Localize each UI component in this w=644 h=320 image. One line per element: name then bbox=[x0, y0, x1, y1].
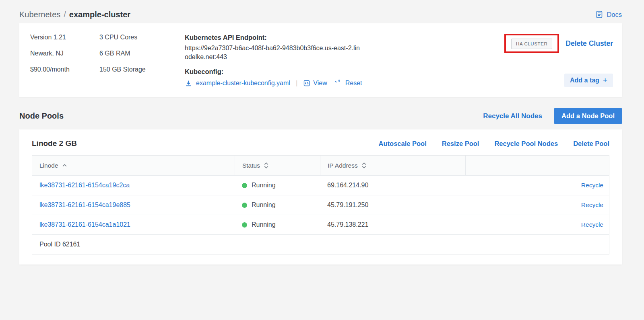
column-header-actions bbox=[465, 156, 609, 175]
delete-pool-button[interactable]: Delete Pool bbox=[573, 140, 609, 148]
status-running-dot bbox=[242, 203, 247, 208]
pool-id-footer: Pool ID 62161 bbox=[32, 234, 609, 254]
code-view-icon bbox=[303, 80, 310, 87]
recycle-node-button[interactable]: Recycle bbox=[581, 221, 603, 228]
cluster-cpu: 3 CPU Cores bbox=[99, 34, 185, 41]
cluster-specs-column-2: 3 CPU Cores 6 GB RAM 150 GB Storage bbox=[99, 34, 185, 87]
api-endpoint-label: Kubernetes API Endpoint: bbox=[185, 34, 367, 41]
cluster-storage: 150 GB Storage bbox=[99, 66, 185, 73]
recycle-all-nodes-button[interactable]: Recycle All Nodes bbox=[483, 112, 542, 120]
reset-label: Reset bbox=[345, 80, 362, 87]
summary-right-column: HA CLUSTER Delete Cluster Add a tag + bbox=[504, 34, 613, 87]
status-header-label: Status bbox=[242, 162, 260, 169]
node-ip-address: 69.164.214.90 bbox=[327, 182, 368, 189]
cluster-ram: 6 GB RAM bbox=[99, 50, 185, 57]
cluster-summary-card: Version 1.21 Newark, NJ $90.00/month 3 C… bbox=[19, 23, 622, 97]
column-header-linode[interactable]: Linode bbox=[32, 156, 235, 175]
kubeconfig-label: Kubeconfig: bbox=[185, 68, 367, 76]
cluster-version: Version 1.21 bbox=[30, 34, 99, 41]
status-label: Running bbox=[252, 182, 276, 189]
view-kubeconfig-button[interactable]: View bbox=[303, 80, 327, 87]
status-label: Running bbox=[252, 201, 276, 209]
docs-icon bbox=[595, 10, 603, 18]
kubernetes-cluster-page: Kubernetes / example-cluster Docs Versio… bbox=[0, 0, 644, 265]
topbar: Kubernetes / example-cluster Docs bbox=[19, 6, 622, 23]
kubeconfig-row: example-cluster-kubeconfig.yaml | View bbox=[185, 79, 367, 87]
view-label: View bbox=[313, 80, 327, 87]
cluster-price: $90.00/month bbox=[30, 66, 99, 73]
add-tag-label: Add a tag bbox=[570, 77, 599, 84]
api-endpoint-url: https://9e2a7307-b6ac-408f-ba62-9483b0b3… bbox=[185, 44, 362, 62]
docs-link-label: Docs bbox=[607, 11, 622, 18]
table-row: lke38731-62161-6154ca1a1021 Running 45.7… bbox=[32, 215, 609, 234]
node-link[interactable]: lke38731-62161-6154ca19e885 bbox=[39, 201, 130, 209]
cluster-specs-column-1: Version 1.21 Newark, NJ $90.00/month bbox=[30, 34, 99, 87]
reset-refresh-icon bbox=[335, 80, 343, 87]
node-link[interactable]: lke38731-62161-6154ca1a1021 bbox=[39, 221, 130, 228]
sort-ascending-icon bbox=[62, 164, 67, 167]
add-a-node-pool-button[interactable]: Add a Node Pool bbox=[554, 108, 622, 124]
column-header-status[interactable]: Status bbox=[235, 156, 320, 175]
status-running-dot bbox=[242, 222, 247, 228]
node-pools-actions: Recycle All Nodes Add a Node Pool bbox=[483, 108, 622, 124]
pool-action-links: Autoscale Pool Resize Pool Recycle Pool … bbox=[379, 140, 609, 148]
node-ip-address: 45.79.191.250 bbox=[327, 201, 368, 209]
ha-cluster-badge: HA CLUSTER bbox=[511, 39, 552, 49]
status-label: Running bbox=[252, 221, 276, 228]
kubeconfig-download-link[interactable]: example-cluster-kubeconfig.yaml bbox=[185, 80, 290, 87]
node-pool-card: Linode 2 GB Autoscale Pool Resize Pool R… bbox=[19, 129, 622, 265]
red-annotation-highlight: HA CLUSTER bbox=[504, 34, 559, 53]
breadcrumb-current-cluster: example-cluster bbox=[69, 10, 130, 19]
api-endpoint-block: Kubernetes API Endpoint: https://9e2a730… bbox=[185, 34, 367, 87]
cluster-region: Newark, NJ bbox=[30, 50, 99, 57]
breadcrumb-separator: / bbox=[64, 10, 66, 19]
sort-both-icon bbox=[361, 162, 367, 169]
kubeconfig-filename: example-cluster-kubeconfig.yaml bbox=[196, 80, 290, 87]
recycle-node-button[interactable]: Recycle bbox=[581, 182, 603, 189]
pool-header: Linode 2 GB Autoscale Pool Resize Pool R… bbox=[32, 139, 609, 148]
node-ip-address: 45.79.138.221 bbox=[327, 221, 368, 228]
nodes-table: Linode Status bbox=[32, 155, 609, 254]
breadcrumb-kubernetes-link[interactable]: Kubernetes bbox=[19, 10, 60, 19]
ha-row: HA CLUSTER Delete Cluster bbox=[504, 34, 613, 53]
kubeconfig-divider: | bbox=[296, 79, 297, 87]
sort-both-icon bbox=[264, 162, 269, 169]
table-row: lke38731-62161-6154ca19e885 Running 45.7… bbox=[32, 195, 609, 215]
autoscale-pool-button[interactable]: Autoscale Pool bbox=[379, 140, 427, 148]
node-link[interactable]: lke38731-62161-6154ca19c2ca bbox=[39, 182, 130, 189]
recycle-node-button[interactable]: Recycle bbox=[581, 201, 603, 209]
docs-link[interactable]: Docs bbox=[595, 10, 622, 18]
recycle-pool-nodes-button[interactable]: Recycle Pool Nodes bbox=[494, 140, 558, 148]
column-header-ip-address[interactable]: IP Address bbox=[320, 156, 465, 175]
plus-icon: + bbox=[603, 78, 607, 83]
breadcrumb: Kubernetes / example-cluster bbox=[19, 10, 130, 19]
ip-header-label: IP Address bbox=[328, 162, 358, 169]
node-pools-title: Node Pools bbox=[19, 111, 64, 121]
linode-header-label: Linode bbox=[39, 162, 58, 169]
reset-kubeconfig-button[interactable]: Reset bbox=[335, 80, 362, 87]
resize-pool-button[interactable]: Resize Pool bbox=[442, 140, 479, 148]
nodes-table-header: Linode Status bbox=[32, 156, 609, 175]
nodes-table-body: lke38731-62161-6154ca19c2ca Running 69.1… bbox=[32, 175, 609, 234]
pool-name: Linode 2 GB bbox=[32, 139, 77, 148]
table-row: lke38731-62161-6154ca19c2ca Running 69.1… bbox=[32, 175, 609, 195]
node-pools-header: Node Pools Recycle All Nodes Add a Node … bbox=[19, 108, 622, 124]
delete-cluster-button[interactable]: Delete Cluster bbox=[566, 39, 613, 48]
download-icon bbox=[185, 80, 192, 87]
status-running-dot bbox=[242, 183, 247, 188]
add-a-tag-button[interactable]: Add a tag + bbox=[564, 74, 613, 87]
